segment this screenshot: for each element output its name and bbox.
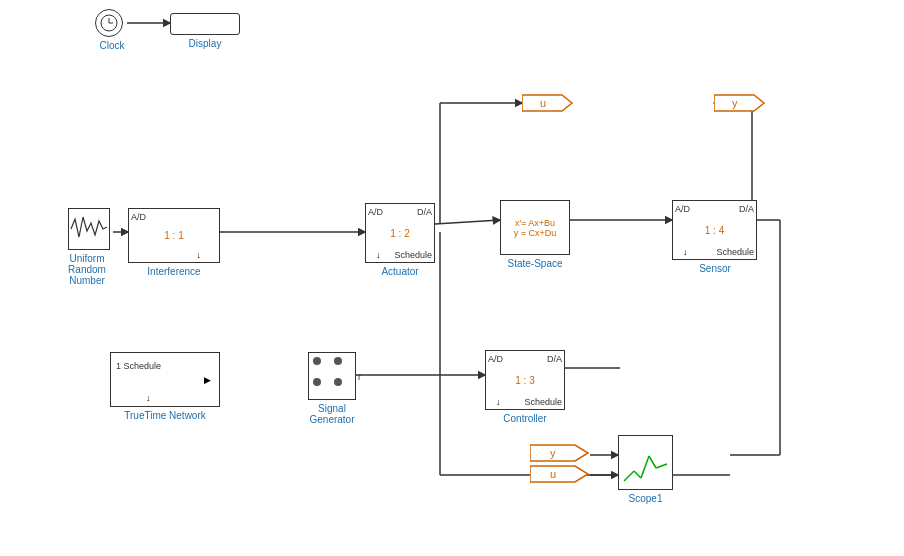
actuator-inner: 1 : 2 bbox=[390, 228, 409, 239]
interference-block[interactable]: A/D 1 : 1 ↓ bbox=[128, 208, 220, 263]
uniform-random-block[interactable] bbox=[68, 208, 110, 250]
svg-rect-29 bbox=[621, 438, 670, 487]
controller-label: Controller bbox=[490, 413, 560, 424]
display-block[interactable] bbox=[170, 13, 240, 35]
simulink-diagram: Clock Display Uniform Random Number A/D … bbox=[0, 0, 904, 556]
sensor-inner: 1 : 4 bbox=[705, 225, 724, 236]
sensor-block[interactable]: A/D D/A 1 : 4 Schedule ↓ bbox=[672, 200, 757, 260]
state-space-block[interactable]: x'= Ax+Buy = Cx+Du bbox=[500, 200, 570, 255]
sig-dot-2 bbox=[334, 357, 342, 365]
truetime-network-block[interactable]: 1 Schedule ▶ ↓ bbox=[110, 352, 220, 407]
r-label: r bbox=[358, 372, 361, 382]
u-arrow-top: u bbox=[522, 90, 582, 118]
svg-marker-25 bbox=[530, 445, 588, 461]
sig-dot-1 bbox=[313, 357, 321, 365]
svg-text:u: u bbox=[550, 468, 556, 480]
y-arrow-icon: y bbox=[714, 90, 774, 116]
y-arrow-top: y bbox=[714, 90, 774, 118]
svg-marker-23 bbox=[714, 95, 764, 111]
sig-dot-3 bbox=[313, 378, 321, 386]
signal-generator-label: SignalGenerator bbox=[298, 403, 366, 425]
svg-text:y: y bbox=[550, 447, 556, 459]
state-space-inner: x'= Ax+Buy = Cx+Du bbox=[514, 218, 557, 238]
controller-inner: 1 : 3 bbox=[515, 375, 534, 386]
svg-text:y: y bbox=[732, 97, 738, 109]
truetime-network-label: TrueTime Network bbox=[105, 410, 225, 421]
connections-svg bbox=[0, 0, 904, 556]
u-scope-arrow: u bbox=[530, 463, 595, 487]
svg-line-3 bbox=[435, 220, 500, 224]
scope-block[interactable] bbox=[618, 435, 673, 490]
svg-text:u: u bbox=[540, 97, 546, 109]
svg-marker-21 bbox=[522, 95, 572, 111]
actuator-label: Actuator bbox=[365, 266, 435, 277]
display-label: Display bbox=[175, 38, 235, 49]
state-space-label: State-Space bbox=[500, 258, 570, 269]
clock-icon bbox=[99, 13, 119, 33]
clock-label: Clock bbox=[87, 40, 137, 51]
actuator-block[interactable]: A/D D/A 1 : 2 Schedule ↓ bbox=[365, 203, 435, 263]
y-scope-arrow-icon: y bbox=[530, 442, 595, 464]
sig-dot-4 bbox=[334, 378, 342, 386]
uniform-random-label: Uniform Random Number bbox=[52, 253, 122, 286]
clock-block[interactable] bbox=[95, 9, 123, 37]
u-arrow-icon: u bbox=[522, 90, 582, 116]
sensor-label: Sensor bbox=[685, 263, 745, 274]
svg-marker-27 bbox=[530, 466, 588, 482]
signal-generator-block[interactable] bbox=[308, 352, 356, 400]
scope-icon bbox=[619, 436, 672, 489]
interference-inner: 1 : 1 bbox=[164, 230, 183, 241]
controller-block[interactable]: A/D D/A 1 : 3 Schedule ↓ bbox=[485, 350, 565, 410]
u-scope-arrow-icon: u bbox=[530, 463, 595, 485]
noise-icon bbox=[69, 209, 109, 249]
interference-label: Interference bbox=[128, 266, 220, 277]
scope-label: Scope1 bbox=[618, 493, 673, 504]
